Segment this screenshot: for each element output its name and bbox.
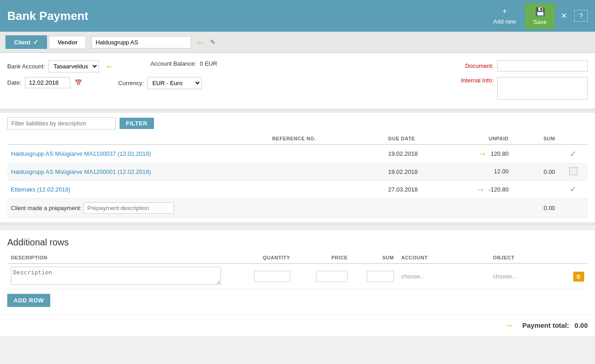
document-input[interactable] [497,60,588,72]
liabilities-section: FILTER REFERENCE NO. DUE DATE UNPAID SUM… [0,113,595,222]
row2-sum: 0.00 [512,163,559,180]
footer-arrow-icon: → [504,320,513,330]
row1-check-icon[interactable]: ✓ [570,149,576,158]
prepayment-sum: 0.00 [512,199,559,218]
prepayment-cell: Client made a prepayment: [7,199,512,218]
add-row-sum-cell [351,263,398,289]
tab-vendor[interactable]: Vendor [49,36,86,49]
row1-checkbox[interactable]: ✓ [559,144,588,163]
row1-due-date: 19.02.2018 [384,144,454,163]
row2-description: Haldusgrupp AS Müügiarve MA1200001 (12.0… [7,163,269,180]
date-label: Date: [7,79,21,86]
form-row-1: Bank Account: Tasaarveldus ← Account Bal… [7,60,588,72]
col-sum: SUM [512,133,559,144]
row2-link[interactable]: Haldusgrupp AS Müügiarve MA1200001 (12.0… [11,168,151,175]
row3-checkbox[interactable]: ✓ [559,180,588,199]
col-due-date: DUE DATE [384,133,454,144]
row2-ref [269,163,384,180]
save-button[interactable]: 💾 Save [525,3,555,29]
row2-checkbox[interactable] [559,163,588,180]
col-unpaid: UNPAID [454,133,512,144]
add-row-object-cell: choose... [489,263,570,289]
add-new-button[interactable]: + Add new [485,3,524,29]
add-row-delete-button[interactable]: 🗑 [573,272,584,282]
add-col-quantity: QUANTITY [225,252,294,263]
col-checkbox [559,133,588,144]
form-row-2: Date: 📅 Currency: EUR - Euro Internal In… [7,77,588,100]
add-col-account: ACCOUNT [398,252,489,263]
row1-sum [512,144,559,163]
row3-sum [512,180,559,199]
row1-description: Haldusgrupp AS Müügiarve MA1100037 (12.0… [7,144,269,163]
internal-info-input[interactable] [497,77,588,100]
divider-2 [0,222,595,226]
filter-row: FILTER [7,117,588,129]
row1-arrow: → [478,148,487,159]
account-balance-label: Account Balance: [150,60,196,67]
add-row-button[interactable]: ADD ROW [7,294,50,307]
table-row: Haldusgrupp AS Müügiarve MA1100037 (12.0… [7,144,588,163]
vendor-field-group [91,36,191,48]
payment-total-label: Payment total: [522,321,569,329]
currency-group: Currency: EUR - Euro [118,77,202,89]
additional-rows-table: DESCRIPTION QUANTITY PRICE SUM ACCOUNT O… [7,252,588,289]
vendor-input[interactable] [91,36,191,48]
add-row-quantity-cell [225,263,294,289]
save-icon: 💾 [535,7,545,17]
add-row-account-choose[interactable]: choose... [401,273,425,280]
additional-table-header: DESCRIPTION QUANTITY PRICE SUM ACCOUNT O… [7,252,588,263]
row2-check-icon[interactable] [569,167,577,175]
row3-check-icon[interactable]: ✓ [570,185,576,194]
row3-due-date: 27.03.2018 [384,180,454,199]
account-balance-value: 0 EUR [200,60,217,67]
row1-link[interactable]: Haldusgrupp AS Müügiarve MA1100037 (12.0… [11,150,151,157]
add-row-description-input[interactable] [11,267,221,285]
add-col-action [570,252,588,263]
tab-client[interactable]: Client ✓ [5,35,47,49]
footer: → Payment total: 0.00 [0,314,595,336]
currency-label: Currency: [118,80,144,86]
add-row-delete-cell: 🗑 [570,263,588,289]
col-reference-no: REFERENCE NO. [269,133,384,144]
currency-select[interactable]: EUR - Euro [147,77,202,89]
additional-rows-title: Additional rows [7,237,588,248]
row3-ref [269,180,384,199]
row2-unpaid: 12.00 [454,163,512,180]
bank-account-arrow: ← [105,61,114,72]
internal-info-group: Internal Info: [461,77,588,100]
row3-unpaid: → -120.80 [454,181,512,199]
add-row-account-cell: choose... [398,263,489,289]
row3-description: Ettemaks (12.02.2018) [7,180,269,199]
internal-info-label: Internal Info: [461,77,494,84]
add-col-description: DESCRIPTION [7,252,225,263]
document-label: Document: [465,62,494,69]
vendor-arrow-indicator: ← [196,37,205,48]
edit-icon[interactable]: ✎ [210,38,216,46]
help-button[interactable]: ? [574,10,588,22]
date-group: Date: 📅 [7,77,82,88]
filter-button[interactable]: FILTER [120,118,154,129]
prepayment-input[interactable] [83,202,174,214]
additional-table-row: choose... choose... 🗑 [7,263,588,289]
payment-total-value: 0.00 [575,321,588,329]
divider-1 [0,109,595,113]
add-row-quantity-input[interactable] [254,271,290,282]
prepayment-checkbox-cell [559,199,588,218]
calendar-icon[interactable]: 📅 [75,79,82,86]
row1-unpaid: → 120.80 [454,145,512,163]
row3-link[interactable]: Ettemaks (12.02.2018) [11,186,71,193]
close-button[interactable]: × [556,6,572,25]
date-input[interactable] [25,77,70,88]
col-description [7,133,269,144]
filter-liabilities-input[interactable] [7,117,116,129]
bank-account-group: Bank Account: Tasaarveldus ← [7,60,114,72]
add-row-sum-input[interactable] [367,271,394,282]
add-col-object: OBJECT [489,252,570,263]
prepayment-row: Client made a prepayment: 0.00 [7,199,588,218]
add-row-object-choose[interactable]: choose... [493,273,517,280]
add-row-desc-cell [7,263,225,289]
add-row-price-input[interactable] [316,271,348,282]
bank-account-select[interactable]: Tasaarveldus [48,60,99,72]
table-row: Ettemaks (12.02.2018) 27.03.2018 → -120.… [7,180,588,199]
add-new-icon: + [502,7,507,16]
